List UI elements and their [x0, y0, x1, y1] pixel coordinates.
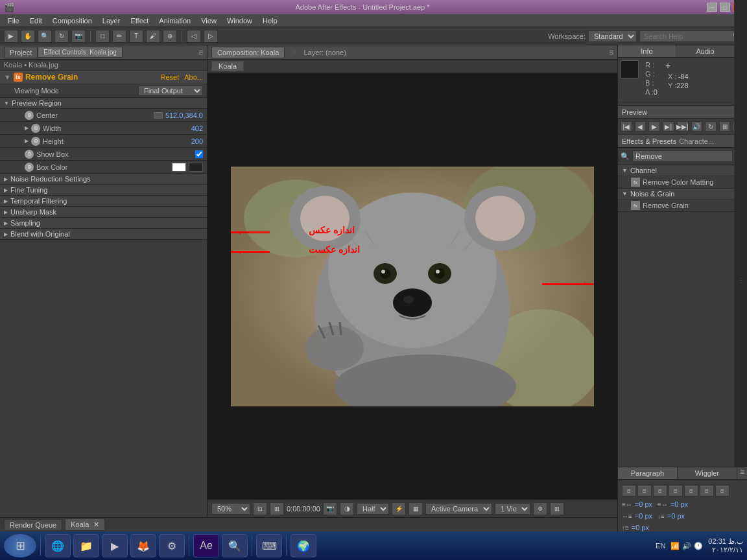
- box-color-swatch-white[interactable]: [172, 163, 186, 172]
- height-expand[interactable]: ▶: [25, 138, 29, 144]
- pp-menu-btn[interactable]: ≡: [737, 467, 747, 479]
- taskbar-keyboard[interactable]: ⌨: [256, 534, 282, 557]
- align-center[interactable]: ≡: [637, 485, 652, 496]
- menu-layer[interactable]: Layer: [97, 16, 126, 26]
- taskbar-firefox[interactable]: 🦊: [130, 534, 156, 557]
- tool-pen[interactable]: ✏: [112, 30, 126, 43]
- menu-view[interactable]: View: [196, 16, 222, 26]
- tab-project[interactable]: Project: [4, 47, 38, 58]
- prev-back-btn[interactable]: ◀: [635, 121, 646, 132]
- align-justify-center[interactable]: ≡: [684, 485, 698, 496]
- tab-render-queue[interactable]: Render Queue: [4, 519, 62, 531]
- minimize-button[interactable]: ─: [707, 3, 717, 12]
- ep-channel-category[interactable]: ▼ Channel: [618, 165, 747, 176]
- koala-tab-close[interactable]: ✕: [93, 520, 99, 528]
- fast-preview[interactable]: ⚡: [392, 502, 406, 515]
- tool-rect[interactable]: □: [95, 30, 110, 43]
- noise-reduction-header[interactable]: ▶ Noise Reduction Settings: [0, 174, 207, 185]
- menu-window[interactable]: Window: [222, 16, 257, 26]
- view-select[interactable]: Active Camera: [425, 503, 492, 515]
- align-justify-all[interactable]: ≡: [715, 485, 729, 496]
- koala-tab[interactable]: Koala: [211, 61, 244, 71]
- prev-play-btn[interactable]: ▶: [648, 121, 660, 132]
- center-crosshair[interactable]: [154, 112, 163, 119]
- width-value[interactable]: 402: [191, 124, 203, 132]
- viewing-mode-select[interactable]: Final Output: [138, 86, 203, 96]
- prev-loop-btn[interactable]: ↻: [705, 121, 717, 132]
- start-button[interactable]: ⊞: [4, 534, 36, 557]
- ep-remove-color-matting[interactable]: fx Remove Color Matting: [618, 176, 747, 189]
- tab-koala-timeline[interactable]: Koala ✕: [65, 519, 105, 531]
- effect-reset-button[interactable]: Reset: [161, 73, 180, 81]
- comp-close[interactable]: ✕: [291, 48, 297, 56]
- color-manage[interactable]: ◑: [340, 502, 354, 515]
- menu-composition[interactable]: Composition: [47, 16, 97, 26]
- tab-wiggler[interactable]: Wiggler: [678, 467, 737, 479]
- blend-header[interactable]: ▶ Blend with Original: [0, 229, 207, 240]
- menu-effect[interactable]: Effect: [125, 16, 154, 26]
- tool-camera[interactable]: 📷: [71, 30, 86, 43]
- menu-file[interactable]: File: [3, 16, 25, 26]
- tool-extra-2[interactable]: ▷: [204, 30, 218, 43]
- workspace-select[interactable]: Standard: [588, 30, 637, 42]
- tab-effect-controls[interactable]: Effect Controls: Koala.jpg: [38, 47, 123, 58]
- effect-expand-icon[interactable]: ▼: [4, 73, 11, 81]
- comp-settings[interactable]: ⚙: [533, 502, 547, 515]
- view-count-select[interactable]: 1 View: [495, 503, 530, 515]
- tool-extra-1[interactable]: ◁: [187, 30, 201, 43]
- align-right[interactable]: ≡: [653, 485, 667, 496]
- effect-about-button[interactable]: Abo...: [184, 73, 203, 81]
- taskbar-search-app[interactable]: 🔍: [222, 534, 248, 557]
- preview-region-header[interactable]: ▼ Preview Region: [0, 98, 207, 109]
- tool-text[interactable]: T: [129, 30, 143, 43]
- tab-paragraph[interactable]: Paragraph: [618, 467, 678, 479]
- comp-menu-button[interactable]: ≡: [609, 48, 613, 57]
- align-justify-right[interactable]: ≡: [700, 485, 714, 496]
- ep-tab2[interactable]: Characte...: [679, 137, 714, 145]
- taskbar-ie[interactable]: 🌐: [45, 534, 71, 557]
- sampling-header[interactable]: ▶ Sampling: [0, 218, 207, 229]
- taskbar-folder[interactable]: 📁: [73, 534, 99, 557]
- ep-remove-grain-item[interactable]: fx Remove Grain: [618, 200, 747, 212]
- height-value[interactable]: 200: [191, 137, 203, 145]
- search-input[interactable]: [639, 30, 743, 42]
- tool-clone[interactable]: ⊕: [163, 30, 177, 43]
- width-expand[interactable]: ▶: [25, 125, 29, 131]
- tool-hand[interactable]: ✋: [21, 30, 35, 43]
- taskbar-media[interactable]: ▶: [102, 534, 128, 557]
- prev-export-btn[interactable]: ⊞: [719, 121, 731, 132]
- menu-help[interactable]: Help: [257, 16, 283, 26]
- prev-forward-btn[interactable]: ▶|: [663, 121, 674, 132]
- center-value[interactable]: 512.0,384.0: [165, 111, 203, 119]
- comp-expand[interactable]: ⊞: [550, 502, 564, 515]
- comp-tab[interactable]: Composition: Koala: [211, 47, 285, 58]
- fine-tuning-header[interactable]: ▶ Fine Tuning: [0, 185, 207, 196]
- show-box-checkbox[interactable]: [195, 150, 203, 158]
- tool-select[interactable]: ▶: [4, 30, 18, 43]
- quality-select[interactable]: Half: [357, 503, 389, 515]
- taskbar-settings[interactable]: ⚙: [159, 534, 185, 557]
- panel-menu-button[interactable]: ≡: [198, 48, 203, 57]
- maximize-button[interactable]: □: [720, 3, 730, 12]
- box-color-swatch-dark[interactable]: [189, 163, 203, 172]
- fit-button[interactable]: ⊡: [253, 502, 267, 515]
- tool-brush[interactable]: 🖌: [146, 30, 160, 43]
- taskbar-browser[interactable]: 🌍: [290, 534, 316, 557]
- tab-audio[interactable]: Audio: [676, 45, 735, 57]
- tool-zoom[interactable]: 🔍: [38, 30, 52, 43]
- prev-first-btn[interactable]: |◀: [621, 121, 632, 132]
- transparency[interactable]: ▦: [409, 502, 423, 515]
- unsharp-mask-header[interactable]: ▶ Unsharp Mask: [0, 207, 207, 218]
- prev-last-btn[interactable]: ▶▶|: [677, 121, 689, 132]
- menu-animation[interactable]: Animation: [154, 16, 196, 26]
- safe-areas[interactable]: ⊞: [270, 502, 284, 515]
- ep-noise-grain-category[interactable]: ▼ Noise & Grain: [618, 189, 747, 200]
- align-left[interactable]: ≡: [622, 485, 636, 496]
- taskbar-ae[interactable]: Ae: [193, 534, 219, 557]
- ep-search-input[interactable]: [632, 150, 733, 162]
- tool-rotate[interactable]: ↻: [54, 30, 69, 43]
- tab-info[interactable]: Info: [618, 45, 676, 57]
- snapshot-btn[interactable]: 📷: [323, 502, 337, 515]
- zoom-select[interactable]: 50%: [211, 503, 250, 515]
- menu-edit[interactable]: Edit: [25, 16, 47, 26]
